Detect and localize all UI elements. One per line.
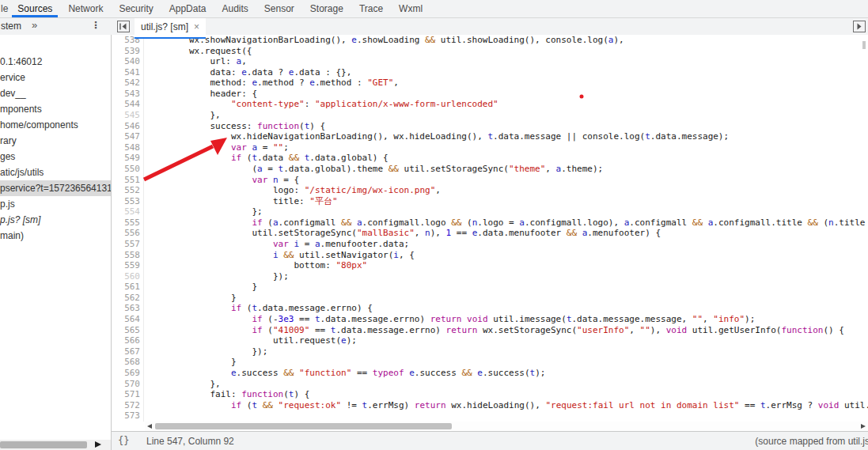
line-number[interactable]: 555: [112, 217, 144, 229]
code-line-556[interactable]: 556 util.setStorageSync("mallBasic", n),…: [112, 228, 868, 239]
line-number[interactable]: 548: [112, 142, 144, 153]
code-text[interactable]: }: [144, 357, 237, 368]
code-text[interactable]: if (a.configmall && a.configmall.logo &&…: [144, 217, 865, 229]
overflow-menu-icon[interactable]: ⋮: [91, 20, 100, 31]
code-line-563[interactable]: 563 if (t.data.message.errno) {: [112, 303, 868, 314]
line-number[interactable]: 551: [112, 175, 144, 186]
navigator-item[interactable]: dev__: [0, 85, 111, 101]
devtools-tab-sources[interactable]: Sources: [9, 0, 60, 17]
line-number[interactable]: 545: [112, 110, 144, 121]
line-number[interactable]: 553: [112, 196, 144, 207]
code-text[interactable]: url: a,: [144, 56, 247, 67]
code-line-550[interactable]: 550 (a = t.data.global).theme && util.se…: [112, 164, 868, 175]
code-text[interactable]: if (t.data && t.data.global) {: [144, 153, 389, 164]
code-text[interactable]: logo: "/static/img/wx-icon.png",: [144, 185, 441, 196]
line-number[interactable]: 556: [112, 228, 144, 239]
navigator-scrollbar-thumb[interactable]: [0, 441, 87, 448]
line-number[interactable]: 570: [112, 379, 144, 390]
line-number[interactable]: 546: [112, 121, 144, 132]
line-number[interactable]: 540: [112, 56, 144, 67]
line-number[interactable]: 565: [112, 325, 144, 336]
tab-console-fragment[interactable]: le: [0, 0, 9, 17]
editor-scrollbar-thumb[interactable]: [155, 423, 452, 429]
code-text[interactable]: if (t && "request:ok" != t.errMsg) retur…: [144, 400, 868, 411]
line-number[interactable]: 571: [112, 389, 144, 400]
navigator-item[interactable]: p.js? [sm]: [0, 212, 111, 228]
more-tabs-icon[interactable]: »: [32, 19, 37, 31]
devtools-tab-sensor[interactable]: Sensor: [256, 0, 302, 17]
code-line-544[interactable]: 544 "content-type": "application/x-www-f…: [112, 99, 868, 110]
navigator-scrollbar-right-arrow-icon[interactable]: [95, 441, 101, 448]
hide-navigator-button[interactable]: [117, 21, 130, 32]
line-number[interactable]: 573: [112, 410, 144, 422]
line-number[interactable]: 543: [112, 89, 144, 100]
code-line-558[interactable]: 558 i && util.setNavigator(i, {: [112, 250, 868, 261]
devtools-tab-wxml[interactable]: Wxml: [391, 0, 430, 17]
code-text[interactable]: title: "平台": [144, 196, 338, 207]
line-number[interactable]: 552: [112, 185, 144, 196]
line-number[interactable]: 550: [112, 164, 144, 175]
code-line-569[interactable]: 569 e.success && "function" == typeof e.…: [112, 368, 868, 379]
code-text[interactable]: method: e.method ? e.method : "GET",: [144, 78, 399, 89]
code-text[interactable]: var n = {: [144, 175, 299, 186]
code-text[interactable]: }: [144, 293, 237, 304]
code-text[interactable]: wx.hideNavigationBarLoading(), wx.hideLo…: [144, 131, 729, 142]
code-text[interactable]: (a = t.data.global).theme && util.setSto…: [144, 164, 603, 175]
navigator-item[interactable]: p.js: [0, 196, 111, 212]
code-line-545[interactable]: 545 },: [112, 110, 868, 121]
navigator-item[interactable]: ges: [0, 149, 111, 164]
code-text[interactable]: },: [144, 379, 221, 390]
navigator-item-selected[interactable]: pservice?t=157236564131: [0, 180, 111, 196]
navigator-item[interactable]: atic/js/utils: [0, 164, 111, 180]
line-number[interactable]: 554: [112, 206, 144, 217]
code-line-540[interactable]: 540 url: a,: [112, 56, 868, 67]
navigator-item[interactable]: main): [0, 228, 111, 244]
code-line-571[interactable]: 571 fail: function(t) {: [112, 389, 868, 400]
close-tab-icon[interactable]: ×: [194, 21, 199, 32]
code-line-573[interactable]: 573: [112, 410, 868, 422]
navigator-item[interactable]: 0.1:46012: [0, 54, 111, 70]
line-number[interactable]: 541: [112, 67, 144, 78]
code-text[interactable]: if (t.data.message.errno) {: [144, 303, 373, 314]
line-number[interactable]: 559: [112, 260, 144, 271]
code-editor[interactable]: 538 wx.showNavigationBarLoading(), e.sho…: [112, 35, 868, 422]
navigator-item[interactable]: home/components: [0, 117, 111, 133]
code-line-554[interactable]: 554 };: [112, 206, 868, 217]
code-text[interactable]: },: [144, 110, 221, 121]
code-line-548[interactable]: 548 var a = "";: [112, 142, 868, 153]
code-line-551[interactable]: 551 var n = {: [112, 175, 868, 186]
line-number[interactable]: 569: [112, 368, 144, 379]
code-line-566[interactable]: 566 util.request(e);: [112, 335, 868, 346]
devtools-tab-storage[interactable]: Storage: [302, 0, 351, 17]
code-line-539[interactable]: 539 wx.request({: [112, 46, 868, 57]
code-text[interactable]: header: {: [144, 89, 257, 100]
code-line-568[interactable]: 568 }: [112, 357, 868, 368]
scrollbar-right-arrow-icon[interactable]: [861, 424, 866, 429]
code-line-572[interactable]: 572 if (t && "request:ok" != t.errMsg) r…: [112, 400, 868, 411]
code-line-557[interactable]: 557 var i = a.menufooter.data;: [112, 239, 868, 250]
code-line-542[interactable]: 542 method: e.method ? e.method : "GET",: [112, 78, 868, 89]
devtools-tab-audits[interactable]: Audits: [214, 0, 256, 17]
code-text[interactable]: if ("41009" == t.data.message.errno) ret…: [144, 325, 844, 336]
code-line-555[interactable]: 555 if (a.configmall && a.configmall.log…: [112, 217, 868, 229]
code-text[interactable]: e.success && "function" == typeof e.succ…: [144, 368, 545, 379]
code-line-570[interactable]: 570 },: [112, 379, 868, 390]
line-number[interactable]: 568: [112, 357, 144, 368]
code-text[interactable]: var i = a.menufooter.data;: [144, 239, 409, 250]
code-text[interactable]: util.setStorageSync("mallBasic", n), 1 =…: [144, 228, 661, 239]
devtools-tab-trace[interactable]: Trace: [351, 0, 391, 17]
code-line-538[interactable]: 538 wx.showNavigationBarLoading(), e.sho…: [112, 35, 868, 46]
navigator-item[interactable]: rary: [0, 133, 111, 149]
code-text[interactable]: "content-type": "application/x-www-form-…: [144, 99, 498, 110]
line-number[interactable]: 567: [112, 346, 144, 357]
code-text[interactable]: });: [144, 346, 267, 357]
code-line-541[interactable]: 541 data: e.data ? e.data : {},: [112, 67, 868, 78]
expand-right-panel-button[interactable]: [853, 21, 866, 32]
line-number[interactable]: 547: [112, 131, 144, 142]
devtools-tab-security[interactable]: Security: [111, 0, 161, 17]
line-number[interactable]: 539: [112, 46, 144, 57]
code-text[interactable]: [144, 410, 147, 422]
code-line-565[interactable]: 565 if ("41009" == t.data.message.errno)…: [112, 325, 868, 336]
code-line-553[interactable]: 553 title: "平台": [112, 196, 868, 207]
line-number[interactable]: 561: [112, 282, 144, 293]
